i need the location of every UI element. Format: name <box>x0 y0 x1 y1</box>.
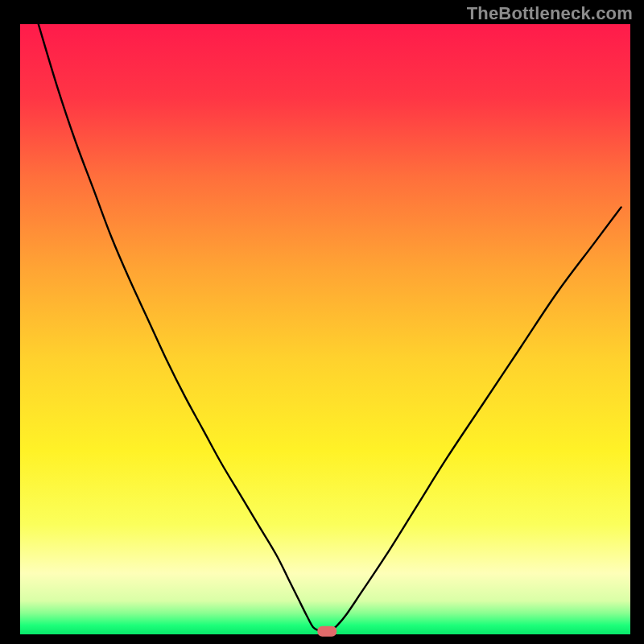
watermark-text: TheBottleneck.com <box>467 3 633 24</box>
optimal-marker <box>317 626 336 637</box>
gradient-background <box>20 24 630 634</box>
bottleneck-chart <box>0 0 644 644</box>
